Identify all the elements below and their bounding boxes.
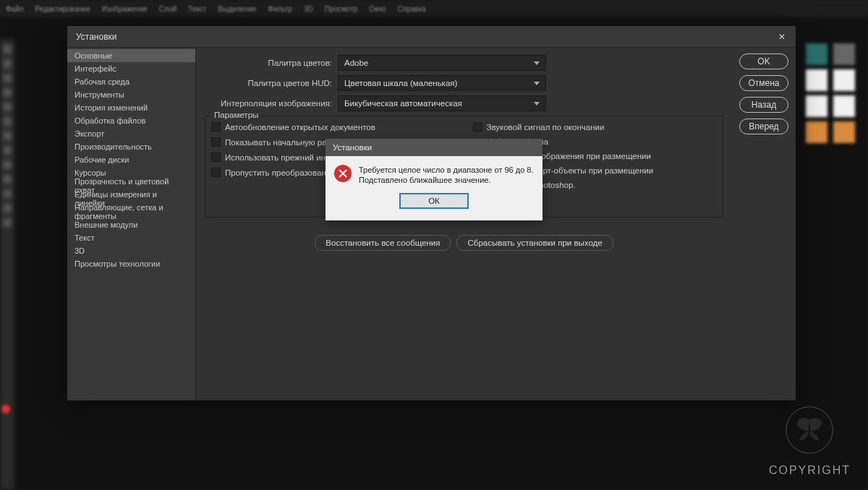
preferences-content: Палитра цветов: Adobe Палитра цветов HUD… xyxy=(196,48,732,400)
hud-select[interactable]: Цветовая шкала (маленькая) xyxy=(338,75,546,91)
checkbox[interactable] xyxy=(211,168,221,177)
swatch[interactable] xyxy=(806,43,827,65)
sidebar-item[interactable]: Обработка файлов xyxy=(67,114,195,127)
option-row: Звуковой сигнал по окончании xyxy=(473,122,718,132)
copyright-text: COPYRIGHT xyxy=(769,464,851,477)
checkbox[interactable] xyxy=(473,122,482,132)
swatch[interactable] xyxy=(833,69,855,91)
option-label: Звуковой сигнал по окончании xyxy=(487,123,605,132)
select-value: Adobe xyxy=(344,59,368,67)
ok-button[interactable]: OK xyxy=(739,53,788,69)
checkbox[interactable] xyxy=(211,122,221,132)
interpolation-select[interactable]: Бикубическая автоматическая xyxy=(338,95,546,111)
color-picker-select[interactable]: Adobe xyxy=(338,55,546,71)
menu-item[interactable]: 3D xyxy=(304,5,313,13)
option-label: Пропустить преобразовани xyxy=(225,168,331,177)
app-menubar: Файл Редактирование Изображение Слой Тек… xyxy=(0,0,868,17)
sidebar-item[interactable]: Интерфейс xyxy=(67,62,195,75)
option-label: Показывать начальную раб xyxy=(225,138,331,147)
reset-on-exit-button[interactable]: Сбрасывать установки при выходе xyxy=(456,235,613,251)
sidebar-item[interactable]: Рабочие диски xyxy=(67,153,195,166)
menu-item[interactable]: Редактирование xyxy=(35,5,90,13)
dialog-buttons: OK Отмена Назад Вперед xyxy=(732,48,796,400)
sidebar-item[interactable]: 3D xyxy=(67,244,195,257)
option-label: Использовать прежний инт xyxy=(225,153,329,162)
menu-item[interactable]: Окно xyxy=(369,5,386,13)
menu-item[interactable]: Справка xyxy=(398,5,426,13)
alert-message: Требуется целое число в диапазоне от 96 … xyxy=(359,165,534,186)
checkbox[interactable] xyxy=(211,137,221,147)
hud-label: Палитра цветов HUD: xyxy=(205,79,338,87)
sidebar-item[interactable]: Производительность xyxy=(67,140,195,153)
alert-ok-button[interactable]: ОК xyxy=(399,193,469,209)
alert-titlebar: Установки xyxy=(326,139,542,156)
menu-item[interactable]: Выделение xyxy=(218,5,256,13)
chevron-down-icon xyxy=(534,61,540,65)
menu-item[interactable]: Файл xyxy=(6,5,24,13)
option-row: Автообновление открытых документов xyxy=(211,122,456,132)
error-icon xyxy=(334,165,352,182)
menu-item[interactable]: Текст xyxy=(188,5,206,13)
swatches-panel xyxy=(806,43,856,143)
sidebar-item[interactable]: Текст xyxy=(67,231,195,244)
sidebar-item[interactable]: Направляющие, сетка и фрагменты xyxy=(67,205,195,218)
sidebar-item[interactable]: Просмотры технологии xyxy=(67,257,195,270)
svg-point-0 xyxy=(786,407,833,453)
toolbar xyxy=(0,39,14,490)
select-value: Цветовая шкала (маленькая) xyxy=(344,79,457,87)
option-label: Автообновление открытых документов xyxy=(225,123,375,132)
chevron-down-icon xyxy=(534,82,540,85)
sidebar-item[interactable]: Основные xyxy=(67,49,195,62)
menu-item[interactable]: Просмотр xyxy=(325,5,358,13)
swatch[interactable] xyxy=(833,43,855,65)
swatch[interactable] xyxy=(806,121,827,143)
cancel-button[interactable]: Отмена xyxy=(739,75,788,91)
menu-item[interactable]: Изображение xyxy=(102,5,148,13)
menu-item[interactable]: Слой xyxy=(159,5,176,13)
interpolation-label: Интерполяция изображения: xyxy=(205,99,338,108)
swatch[interactable] xyxy=(833,95,855,117)
reset-messages-button[interactable]: Восстановить все сообщения xyxy=(315,235,451,251)
checkbox[interactable] xyxy=(211,152,221,162)
swatch[interactable] xyxy=(806,95,827,117)
chevron-down-icon xyxy=(534,102,540,106)
sidebar-item[interactable]: Инструменты xyxy=(67,88,195,101)
select-value: Бикубическая автоматическая xyxy=(344,99,462,108)
dialog-title-text: Установки xyxy=(76,32,116,42)
menu-item[interactable]: Фильтр xyxy=(268,5,292,13)
alert-dialog: Установки Требуется целое число в диапаз… xyxy=(326,139,542,220)
color-picker-label: Палитра цветов: xyxy=(205,59,338,67)
preferences-sidebar: ОсновныеИнтерфейсРабочая средаИнструмент… xyxy=(67,48,196,400)
sidebar-item[interactable]: Рабочая среда xyxy=(67,75,195,88)
fieldset-legend: Параметры xyxy=(211,111,261,119)
swatch[interactable] xyxy=(833,121,855,143)
butterfly-logo xyxy=(784,405,835,455)
dialog-titlebar: Установки ✕ xyxy=(67,26,796,48)
next-button[interactable]: Вперед xyxy=(739,119,788,134)
prev-button[interactable]: Назад xyxy=(739,97,788,113)
close-icon[interactable]: ✕ xyxy=(777,32,787,42)
color-chip xyxy=(1,405,10,413)
swatch[interactable] xyxy=(806,69,827,91)
sidebar-item[interactable]: История изменений xyxy=(67,101,195,114)
sidebar-item[interactable]: Экспорт xyxy=(67,127,195,140)
